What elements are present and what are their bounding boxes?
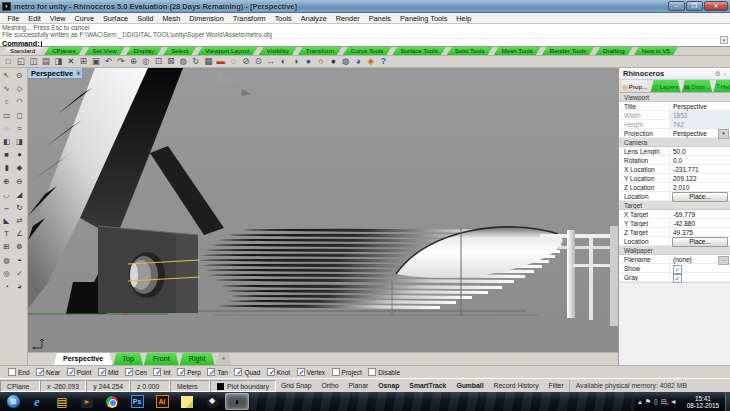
osnap-toggle[interactable]: Quad [234, 368, 260, 376]
ghosted-view-icon[interactable]: ◑ [290, 56, 303, 67]
surface-icon[interactable]: ◧ [0, 135, 13, 148]
file-explorer-icon[interactable]: ▤ [50, 393, 74, 410]
shaded-view-icon[interactable]: ◐ [277, 56, 290, 67]
osnap-toggle[interactable]: Vertex [297, 368, 325, 376]
toolbar-tab[interactable]: Select [163, 47, 196, 55]
viewport-tab-top[interactable]: Top [113, 353, 143, 365]
internet-explorer-icon[interactable]: e [25, 393, 49, 410]
panel-collapse-icon[interactable]: ▫ [724, 70, 726, 77]
arc-icon[interactable]: ◠ [13, 95, 26, 108]
media-player-icon[interactable]: ► [75, 393, 99, 410]
statusbar-item[interactable]: Available physical memory: 4082 MB [569, 380, 730, 392]
checkbox-icon[interactable] [67, 368, 75, 376]
text-icon[interactable]: T [0, 227, 13, 240]
ellipse-icon[interactable]: ◌ [0, 122, 13, 135]
osnap-toggle[interactable]: Cen [125, 368, 147, 376]
panel-tab-help[interactable]: ? Help [713, 80, 730, 92]
property-row[interactable]: X Location -231.771 [619, 165, 730, 174]
toolbar-tab[interactable]: Viewport Layout [197, 47, 257, 55]
menu-item[interactable]: Solid [133, 13, 158, 24]
statusbar-item[interactable]: Planar [344, 380, 374, 392]
delete-icon[interactable]: ✕ [65, 56, 78, 67]
chrome-icon[interactable] [100, 393, 124, 410]
panel-tab-display[interactable]: ▤ Displ... [682, 80, 713, 92]
menu-item[interactable]: Edit [24, 13, 46, 24]
action-center-icon[interactable]: ⚑ [645, 398, 651, 406]
property-row[interactable]: Show checked [619, 264, 730, 273]
property-row[interactable]: Y Target -42.880 [619, 219, 730, 228]
dimension-icon[interactable]: ∠ [13, 227, 26, 240]
statusbar-item[interactable]: Filter [544, 380, 569, 392]
property-row[interactable]: Width 1853 [619, 111, 730, 120]
paste-icon[interactable]: ▣ [90, 56, 103, 67]
property-row[interactable]: Title Perspective [619, 102, 730, 111]
perspective-viewport[interactable]: Perspective ▾ [28, 68, 618, 352]
menu-item[interactable]: Transform [228, 13, 270, 24]
rotate-view-icon[interactable]: ↻ [190, 56, 203, 67]
checkbox-icon[interactable] [36, 368, 44, 376]
osnap-toggle[interactable]: Near [36, 368, 60, 376]
checkbox-icon[interactable] [125, 368, 133, 376]
photoshop-icon[interactable]: Ps [125, 393, 149, 410]
viewport-title-label[interactable]: Perspective ▾ [28, 68, 83, 79]
options-icon[interactable]: ◈ [365, 56, 378, 67]
hide-object-icon[interactable]: ◌ [227, 56, 240, 67]
viewport-tab-front[interactable]: Front [144, 353, 179, 365]
menu-item[interactable]: Mesh [158, 13, 185, 24]
menu-item[interactable]: Surface [99, 13, 133, 24]
new-viewport-tab-button[interactable]: + [216, 353, 232, 365]
illustrator-icon[interactable]: Ai [150, 393, 174, 410]
cylinder-icon[interactable]: ▮ [0, 161, 13, 174]
undo-icon[interactable]: ↶ [102, 56, 115, 67]
menu-item[interactable]: Tools [270, 13, 296, 24]
redo-icon[interactable]: ↷ [115, 56, 128, 67]
menu-item[interactable]: Render [331, 13, 364, 24]
statusbar-item[interactable]: Ortho [317, 380, 344, 392]
property-value[interactable]: 2.010 [669, 183, 730, 191]
show-hidden-icons[interactable]: ▴ [638, 398, 642, 406]
property-row[interactable]: Z Location 2.010 [619, 183, 730, 192]
minimize-button[interactable]: – [668, 1, 685, 11]
shade-tool-icon[interactable]: ◕ [13, 280, 26, 293]
osnap-toggle[interactable]: Mid [98, 368, 118, 376]
sphere-icon[interactable]: ● [13, 148, 26, 161]
save-icon[interactable]: ◫ [27, 56, 40, 67]
property-row[interactable]: Camera [619, 138, 730, 147]
property-value[interactable]: 0.0 [669, 156, 730, 164]
toolbar-tab[interactable]: Display [126, 47, 162, 55]
menu-item[interactable]: View [45, 13, 70, 24]
osnap-toggle[interactable]: Disable [368, 368, 400, 376]
osnap-toggle[interactable]: Tan [207, 368, 227, 376]
property-row[interactable]: Y Location 209.122 [619, 174, 730, 183]
layer-dialog-icon[interactable]: ⊙ [252, 56, 265, 67]
mirror-icon[interactable]: ⇄ [13, 214, 26, 227]
volume-icon[interactable]: ◄ [670, 398, 677, 405]
toolbar-tab[interactable]: New in V5 [634, 47, 678, 55]
viewport-tab-perspective[interactable]: Perspective [54, 353, 112, 365]
unity-icon[interactable]: ◆ [200, 393, 224, 410]
lock-object-icon[interactable]: ⊘ [240, 56, 253, 67]
property-row[interactable]: Z Target 49.375 [619, 228, 730, 237]
menu-item[interactable]: Dimension [185, 13, 228, 24]
toolbar-tab[interactable]: Transform [298, 47, 342, 55]
property-value[interactable]: 742 [669, 120, 730, 128]
toolbar-tab[interactable]: Drafting [595, 47, 633, 55]
panel-tab-layers[interactable]: ◫ Layers [650, 80, 680, 92]
checkbox-icon[interactable] [153, 368, 161, 376]
toolbar-tab[interactable]: Render Tools [542, 47, 594, 55]
chamfer-icon[interactable]: ◢ [13, 188, 26, 201]
box-icon[interactable]: ■ [0, 148, 13, 161]
boolean-difference-icon[interactable]: ⊖ [13, 175, 26, 188]
checkbox-icon[interactable] [297, 368, 305, 376]
checkbox-icon[interactable] [177, 368, 185, 376]
property-value[interactable]: -231.771 [669, 165, 730, 173]
osnap-toggle[interactable]: Int [153, 368, 170, 376]
polygon-icon[interactable]: ◻ [13, 109, 26, 122]
scale-icon[interactable]: ◣ [0, 214, 13, 227]
sweep-icon[interactable]: ◨ [13, 135, 26, 148]
rectangle-icon[interactable]: ▭ [0, 109, 13, 122]
erase-icon[interactable]: ▬ [215, 56, 228, 67]
menu-item[interactable]: File [3, 13, 24, 24]
property-value[interactable]: 1853 [669, 111, 730, 119]
solid-icon[interactable]: ◆ [13, 161, 26, 174]
